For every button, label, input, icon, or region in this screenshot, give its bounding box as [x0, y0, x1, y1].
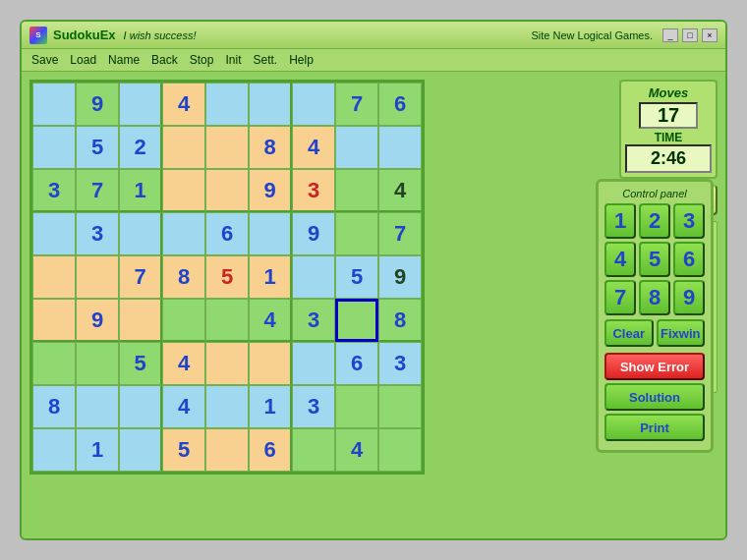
menu-init[interactable]: Init [225, 53, 241, 67]
solution-button[interactable]: Solution [604, 383, 705, 411]
cell-0-6[interactable] [292, 83, 335, 126]
cell-0-3[interactable]: 4 [162, 83, 205, 126]
cell-7-1[interactable] [76, 385, 119, 428]
cell-7-2[interactable] [119, 385, 162, 428]
cell-5-7[interactable] [335, 299, 378, 342]
cell-3-8[interactable]: 7 [378, 212, 422, 255]
cell-3-2[interactable] [119, 212, 162, 255]
menu-name[interactable]: Name [108, 53, 140, 67]
number-button-3[interactable]: 3 [673, 203, 705, 239]
menu-help[interactable]: Help [289, 53, 314, 67]
cell-1-3[interactable] [162, 126, 205, 169]
cell-5-5[interactable]: 4 [249, 299, 292, 342]
number-button-8[interactable]: 8 [639, 280, 670, 315]
cell-4-5[interactable]: 1 [249, 255, 292, 299]
maximize-button[interactable]: □ [682, 28, 698, 42]
cell-6-3[interactable]: 4 [162, 342, 205, 385]
clear-button[interactable]: Clear [604, 319, 654, 347]
cell-4-6[interactable] [292, 255, 335, 299]
cell-5-3[interactable] [162, 299, 205, 342]
cell-0-2[interactable] [119, 83, 162, 126]
cell-8-1[interactable]: 1 [76, 428, 119, 472]
cell-5-0[interactable] [32, 299, 76, 342]
cell-4-3[interactable]: 8 [162, 255, 205, 299]
cell-0-5[interactable] [249, 83, 292, 126]
cell-2-2[interactable]: 1 [119, 169, 162, 212]
number-button-9[interactable]: 9 [673, 280, 705, 315]
cell-7-0[interactable]: 8 [32, 385, 76, 428]
number-button-6[interactable]: 6 [673, 242, 705, 277]
cell-6-4[interactable] [205, 342, 249, 385]
cell-2-7[interactable] [335, 169, 378, 212]
cell-2-4[interactable] [205, 169, 249, 212]
cell-2-0[interactable]: 3 [32, 169, 76, 212]
cell-7-8[interactable] [378, 385, 422, 428]
cell-3-3[interactable] [162, 212, 205, 255]
cell-3-0[interactable] [32, 212, 76, 255]
fixwin-button[interactable]: Fixwin [657, 319, 706, 347]
cell-2-8[interactable]: 4 [378, 169, 422, 212]
cell-2-3[interactable] [162, 169, 205, 212]
number-button-1[interactable]: 1 [604, 203, 636, 239]
cell-5-8[interactable]: 8 [378, 299, 422, 342]
cell-8-3[interactable]: 5 [162, 428, 205, 472]
cell-5-6[interactable]: 3 [292, 299, 335, 342]
print-button[interactable]: Print [604, 414, 705, 441]
cell-1-4[interactable] [205, 126, 249, 169]
minimize-button[interactable]: _ [662, 28, 678, 42]
cell-1-5[interactable]: 8 [249, 126, 292, 169]
cell-4-0[interactable] [32, 255, 76, 299]
cell-6-5[interactable] [249, 342, 292, 385]
cell-1-2[interactable]: 2 [119, 126, 162, 169]
cell-7-4[interactable] [205, 385, 249, 428]
cell-3-6[interactable]: 9 [292, 212, 335, 255]
cell-4-8[interactable]: 9 [378, 255, 422, 299]
cell-8-2[interactable] [119, 428, 162, 472]
cell-1-7[interactable] [335, 126, 378, 169]
cell-7-5[interactable]: 1 [249, 385, 292, 428]
cell-3-7[interactable] [335, 212, 378, 255]
cell-7-6[interactable]: 3 [292, 385, 335, 428]
cell-4-1[interactable] [76, 255, 119, 299]
cell-0-8[interactable]: 6 [378, 83, 422, 126]
cell-4-4[interactable]: 5 [205, 255, 249, 299]
cell-0-7[interactable]: 7 [335, 83, 378, 126]
menu-back[interactable]: Back [151, 53, 178, 67]
cell-4-7[interactable]: 5 [335, 255, 378, 299]
cell-6-6[interactable] [292, 342, 335, 385]
cell-7-3[interactable]: 4 [162, 385, 205, 428]
menu-load[interactable]: Load [70, 53, 96, 67]
cell-7-7[interactable] [335, 385, 378, 428]
cell-6-0[interactable] [32, 342, 76, 385]
cell-1-0[interactable] [32, 126, 76, 169]
cell-5-4[interactable] [205, 299, 249, 342]
cell-8-8[interactable] [378, 428, 422, 472]
cell-5-2[interactable] [119, 299, 162, 342]
cell-3-4[interactable]: 6 [205, 212, 249, 255]
cell-0-4[interactable] [205, 83, 249, 126]
cell-6-8[interactable]: 3 [378, 342, 422, 385]
close-button[interactable]: × [702, 28, 718, 42]
cell-1-8[interactable] [378, 126, 422, 169]
cell-3-5[interactable] [249, 212, 292, 255]
cell-6-7[interactable]: 6 [335, 342, 378, 385]
cell-1-6[interactable]: 4 [292, 126, 335, 169]
number-button-4[interactable]: 4 [604, 242, 636, 277]
cell-2-1[interactable]: 7 [76, 169, 119, 212]
cell-0-1[interactable]: 9 [76, 83, 119, 126]
menu-settings[interactable]: Sett. [253, 53, 277, 67]
cell-6-1[interactable] [76, 342, 119, 385]
cell-4-2[interactable]: 7 [119, 255, 162, 299]
cell-6-2[interactable]: 5 [119, 342, 162, 385]
cell-2-6[interactable]: 3 [292, 169, 335, 212]
cell-8-6[interactable] [292, 428, 335, 472]
show-error-button[interactable]: Show Error [604, 353, 705, 380]
number-button-2[interactable]: 2 [639, 203, 670, 239]
cell-2-5[interactable]: 9 [249, 169, 292, 212]
cell-8-7[interactable]: 4 [335, 428, 378, 472]
menu-stop[interactable]: Stop [190, 53, 214, 67]
cell-8-4[interactable] [205, 428, 249, 472]
cell-8-5[interactable]: 6 [249, 428, 292, 472]
number-button-5[interactable]: 5 [639, 242, 670, 277]
menu-save[interactable]: Save [31, 53, 58, 67]
